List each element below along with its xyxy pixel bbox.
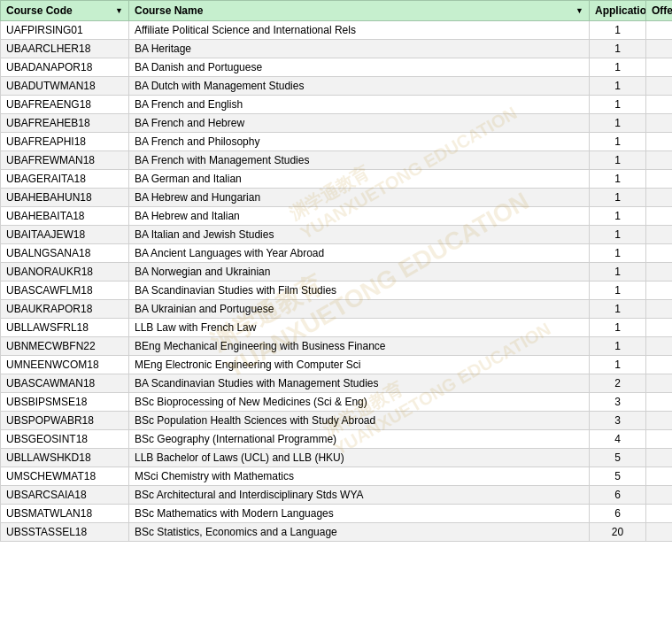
table-row[interactable]: UBANORAUKR18BA Norwegian and Ukrainian1 [1, 263, 673, 282]
table-row[interactable]: UBASCAWMAN18BA Scandinavian Studies with… [1, 374, 673, 393]
cell-applications: 5 [590, 449, 646, 467]
cell-offered [646, 393, 673, 412]
cell-offered [646, 96, 673, 114]
table-row[interactable]: UBAARCLHER18BA Heritage1 [1, 40, 673, 58]
header-offered[interactable]: Offe [646, 1, 673, 21]
table-row[interactable]: UBLLAWSHKD18LLB Bachelor of Laws (UCL) a… [1, 449, 673, 467]
table-row[interactable]: UBAFREWMAN18BA French with Management St… [1, 151, 673, 170]
cell-applications: 1 [590, 133, 646, 151]
cell-course-name: LLB Law with French Law [129, 319, 590, 337]
header-course-name[interactable]: Course Name ▼ [129, 1, 590, 21]
table-row[interactable]: UMSCHEWMAT18MSci Chemistry with Mathemat… [1, 467, 673, 486]
table-row[interactable]: UBSARCSAIA18BSc Architectural and Interd… [1, 486, 673, 505]
cell-offered [646, 207, 673, 226]
cell-offered [646, 467, 673, 486]
cell-applications: 1 [590, 207, 646, 226]
table-row[interactable]: UBNMECWBFN22BEng Mechanical Engineering … [1, 337, 673, 356]
cell-course-name: BSc Architectural and Interdisciplinary … [129, 486, 590, 505]
cell-offered [646, 523, 673, 542]
cell-course-code: UBADUTWMAN18 [1, 77, 129, 96]
cell-offered [646, 412, 673, 430]
table-row[interactable]: UBLLAWSFRL18LLB Law with French Law1 [1, 319, 673, 337]
table-row[interactable]: UBAITAAJEW18BA Italian and Jewish Studie… [1, 226, 673, 244]
cell-course-name: BSc Geography (International Programme) [129, 430, 590, 449]
sort-icon-course-code[interactable]: ▼ [115, 6, 123, 15]
cell-course-code: UBAHEBAITA18 [1, 207, 129, 226]
cell-course-name: BA Italian and Jewish Studies [129, 226, 590, 244]
cell-course-name: BSc Statistics, Economics and a Language [129, 523, 590, 542]
cell-course-name: BA Hebrew and Hungarian [129, 189, 590, 207]
cell-applications: 1 [590, 244, 646, 263]
table-row[interactable]: UBAUKRAPOR18BA Ukrainian and Portuguese1 [1, 300, 673, 319]
cell-applications: 1 [590, 40, 646, 58]
header-applications[interactable]: Applicatio ▼ [590, 1, 646, 21]
cell-applications: 6 [590, 505, 646, 523]
table-row[interactable]: UBAGERAITA18BA German and Italian1 [1, 170, 673, 189]
cell-course-name: BA Norwegian and Ukrainian [129, 263, 590, 282]
cell-offered [646, 505, 673, 523]
table-row[interactable]: UBADUTWMAN18BA Dutch with Management Stu… [1, 77, 673, 96]
table-row[interactable]: UBALNGSANA18BA Ancient Languages with Ye… [1, 244, 673, 263]
table-row[interactable]: UMNEENWCOM18MEng Electronic Engineering … [1, 356, 673, 374]
header-course-code[interactable]: Course Code ▼ [1, 1, 129, 21]
table-header-row: Course Code ▼ Course Name ▼ Applicatio ▼ [1, 1, 673, 21]
cell-course-code: UAFPIRSING01 [1, 21, 129, 40]
cell-course-code: UBLLAWSHKD18 [1, 449, 129, 467]
cell-applications: 1 [590, 170, 646, 189]
cell-course-name: BA French with Management Studies [129, 151, 590, 170]
cell-applications: 1 [590, 356, 646, 374]
cell-course-code: UBADANAPOR18 [1, 58, 129, 77]
cell-course-code: UBAFREWMAN18 [1, 151, 129, 170]
cell-applications: 1 [590, 151, 646, 170]
cell-course-name: BA Scandinavian Studies with Management … [129, 374, 590, 393]
cell-course-code: UBASCAWMAN18 [1, 374, 129, 393]
cell-course-name: BA Danish and Portuguese [129, 58, 590, 77]
cell-applications: 1 [590, 21, 646, 40]
table-row[interactable]: UBSPOPWABR18BSc Population Health Scienc… [1, 412, 673, 430]
cell-course-name: BA Ukrainian and Portuguese [129, 300, 590, 319]
cell-offered [646, 374, 673, 393]
cell-applications: 1 [590, 114, 646, 133]
cell-course-code: UBSARCSAIA18 [1, 486, 129, 505]
cell-offered [646, 300, 673, 319]
table-row[interactable]: UBSSTASSEL18BSc Statistics, Economics an… [1, 523, 673, 542]
cell-course-name: MEng Electronic Engineering with Compute… [129, 356, 590, 374]
cell-offered [646, 449, 673, 467]
cell-offered [646, 189, 673, 207]
table-row[interactable]: UBAFREAPHI18BA French and Philosophy1 [1, 133, 673, 151]
cell-course-code: UBSMATWLAN18 [1, 505, 129, 523]
cell-course-code: UBAITAAJEW18 [1, 226, 129, 244]
table-row[interactable]: UBSBIPSMSE18BSc Bioprocessing of New Med… [1, 393, 673, 412]
table-row[interactable]: UBADANAPOR18BA Danish and Portuguese1 [1, 58, 673, 77]
table-row[interactable]: UBSGEOSINT18BSc Geography (International… [1, 430, 673, 449]
table-row[interactable]: UBAHEBAITA18BA Hebrew and Italian1 [1, 207, 673, 226]
cell-course-name: BA French and Hebrew [129, 114, 590, 133]
table-row[interactable]: UBASCAWFLM18BA Scandinavian Studies with… [1, 282, 673, 300]
sort-icon-course-name[interactable]: ▼ [575, 6, 583, 15]
cell-offered [646, 133, 673, 151]
cell-offered [646, 151, 673, 170]
cell-course-name: Affiliate Political Science and Internat… [129, 21, 590, 40]
cell-offered [646, 430, 673, 449]
cell-offered [646, 226, 673, 244]
table-row[interactable]: UBAHEBAHUN18BA Hebrew and Hungarian1 [1, 189, 673, 207]
table-row[interactable]: UBAFREAHEB18BA French and Hebrew1 [1, 114, 673, 133]
cell-applications: 20 [590, 523, 646, 542]
table-row[interactable]: UBAFREAENG18BA French and English1 [1, 96, 673, 114]
cell-course-name: BSc Bioprocessing of New Medicines (Sci … [129, 393, 590, 412]
cell-applications: 1 [590, 58, 646, 77]
cell-applications: 3 [590, 393, 646, 412]
table-row[interactable]: UBSMATWLAN18BSc Mathematics with Modern … [1, 505, 673, 523]
cell-course-code: UMNEENWCOM18 [1, 356, 129, 374]
cell-course-name: MSci Chemistry with Mathematics [129, 467, 590, 486]
cell-course-code: UBAFREAENG18 [1, 96, 129, 114]
cell-course-code: UBNMECWBFN22 [1, 337, 129, 356]
data-table-container: 渊学通教育YUANXUETONG EDUCATION 渊学通教育YUANXUET… [0, 0, 672, 542]
table-row[interactable]: UAFPIRSING01Affiliate Political Science … [1, 21, 673, 40]
cell-applications: 4 [590, 430, 646, 449]
cell-course-code: UMSCHEWMAT18 [1, 467, 129, 486]
cell-course-code: UBANORAUKR18 [1, 263, 129, 282]
cell-applications: 1 [590, 189, 646, 207]
cell-course-name: BA Hebrew and Italian [129, 207, 590, 226]
cell-offered [646, 244, 673, 263]
